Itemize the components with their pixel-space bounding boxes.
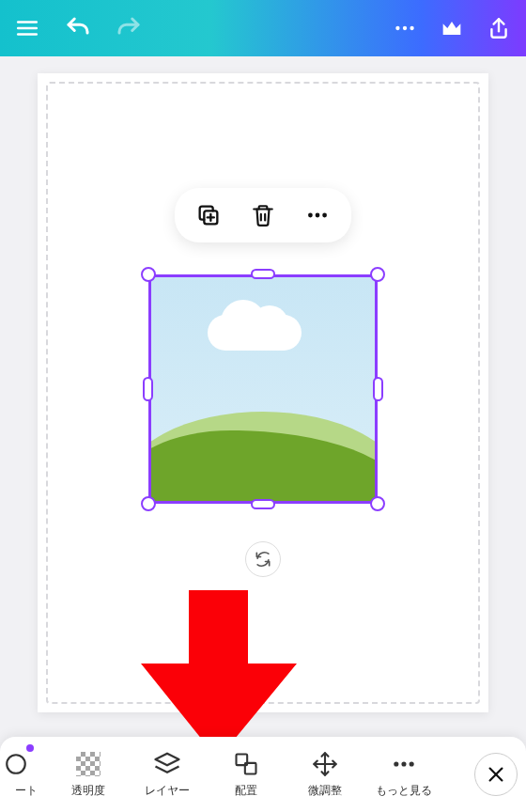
pro-button[interactable] — [438, 14, 466, 42]
tool-transparency[interactable]: 透明度 — [49, 737, 128, 812]
tool-label: 透明度 — [71, 783, 105, 799]
resize-handle-left[interactable] — [143, 377, 153, 401]
selection-context-toolbar — [175, 188, 351, 242]
svg-point-5 — [410, 26, 413, 30]
svg-point-3 — [395, 26, 399, 30]
menu-icon — [15, 16, 39, 40]
svg-point-13 — [322, 213, 327, 218]
transparency-icon — [76, 752, 101, 776]
move-icon — [312, 751, 338, 777]
tool-nudge[interactable]: 微調整 — [286, 737, 364, 812]
tool-label: もっと見る — [376, 783, 432, 799]
tool-label: 微調整 — [308, 783, 342, 799]
resize-handle-bl[interactable] — [141, 496, 156, 511]
duplicate-icon — [195, 202, 222, 228]
resize-handle-right[interactable] — [373, 377, 383, 401]
position-icon — [233, 751, 259, 777]
context-more-button[interactable] — [304, 202, 331, 228]
svg-point-19 — [394, 761, 398, 766]
more-icon — [305, 203, 330, 227]
duplicate-button[interactable] — [195, 202, 222, 228]
selected-element[interactable] — [148, 274, 378, 504]
svg-marker-16 — [156, 753, 179, 765]
menu-button[interactable] — [13, 14, 41, 42]
app-root: ート 透明度 レイヤー 配置 微 — [0, 0, 526, 812]
more-icon — [393, 16, 417, 40]
rotate-button[interactable] — [245, 541, 281, 577]
delete-button[interactable] — [250, 202, 276, 228]
share-button[interactable] — [485, 14, 513, 42]
tool-animate-partial[interactable]: ート — [0, 737, 49, 812]
more-icon — [391, 751, 417, 777]
top-more-button[interactable] — [391, 14, 419, 42]
selection-border — [148, 274, 378, 504]
svg-point-12 — [316, 213, 320, 218]
undo-icon — [64, 14, 92, 42]
tool-layer[interactable]: レイヤー — [128, 737, 207, 812]
resize-handle-br[interactable] — [370, 496, 385, 511]
svg-point-4 — [403, 26, 407, 30]
top-left-group — [13, 14, 143, 42]
redo-icon — [115, 14, 143, 42]
layers-icon — [153, 750, 181, 778]
indicator-dot — [26, 744, 34, 752]
close-icon — [486, 764, 506, 785]
animate-icon — [4, 751, 28, 777]
bottom-tool-row[interactable]: ート 透明度 レイヤー 配置 微 — [0, 737, 466, 812]
close-toolbar-button[interactable] — [466, 737, 526, 812]
svg-point-21 — [410, 761, 414, 766]
tool-label: 配置 — [235, 783, 257, 799]
top-toolbar — [0, 0, 526, 56]
resize-handle-top[interactable] — [251, 269, 275, 279]
top-right-group — [391, 14, 513, 42]
resize-handle-tl[interactable] — [141, 267, 156, 282]
svg-point-20 — [401, 761, 406, 766]
tool-label: ート — [15, 783, 38, 799]
tool-position[interactable]: 配置 — [207, 737, 286, 812]
share-icon — [487, 16, 511, 40]
resize-handle-tr[interactable] — [370, 267, 385, 282]
tool-more[interactable]: もっと見る — [364, 737, 443, 812]
svg-point-11 — [308, 213, 313, 218]
redo-button[interactable] — [115, 14, 143, 42]
tool-label: レイヤー — [145, 783, 190, 799]
resize-handle-bottom[interactable] — [251, 499, 275, 509]
undo-button[interactable] — [64, 14, 92, 42]
close-circle — [474, 753, 518, 796]
rotate-icon — [254, 550, 272, 569]
svg-point-15 — [7, 755, 25, 773]
crown-icon — [439, 15, 465, 41]
bottom-toolbar: ート 透明度 レイヤー 配置 微 — [0, 737, 526, 812]
trash-icon — [251, 203, 275, 227]
